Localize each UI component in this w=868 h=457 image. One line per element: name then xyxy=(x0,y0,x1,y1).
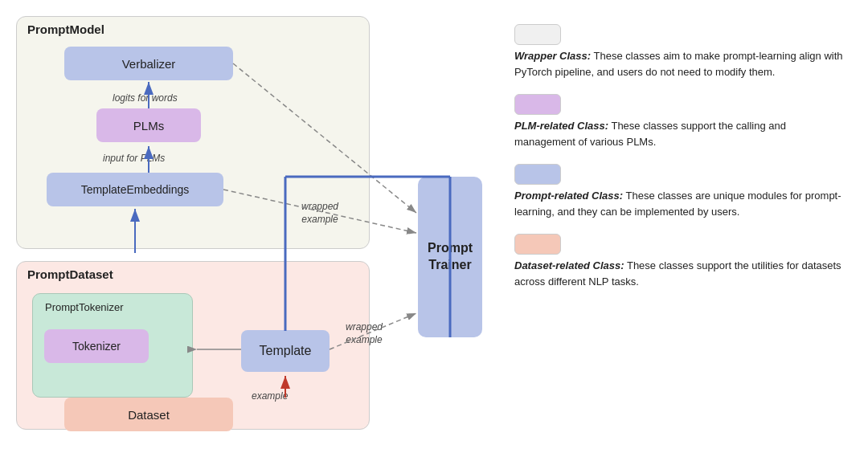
plms-box: PLMs xyxy=(96,108,201,142)
tokenizer-box: Tokenizer xyxy=(44,329,149,363)
plms-label: PLMs xyxy=(133,119,164,133)
wrapped-example-top-label: wrappedexample xyxy=(301,201,338,226)
template-embeddings-label: TemplateEmbeddings xyxy=(81,183,190,196)
prompt-model-label: PromptModel xyxy=(27,22,104,36)
legend-bold-prompt: Prompt-related Class: xyxy=(514,190,623,202)
prompt-tokenizer-label: PromptTokenizer xyxy=(45,301,124,313)
verbalizer-label: Verbalizer xyxy=(122,57,176,71)
prompt-dataset-label: PromptDataset xyxy=(27,267,113,281)
input-for-plms-label: input for PLMs xyxy=(103,153,165,164)
dataset-box: Dataset xyxy=(64,398,233,431)
legend-text-wrapper: Wrapper Class: These classes aim to make… xyxy=(514,48,844,80)
dataset-label: Dataset xyxy=(128,408,170,422)
template-label: Template xyxy=(260,344,312,358)
legend-area: Wrapper Class: These classes aim to make… xyxy=(498,16,852,297)
legend-text-prompt: Prompt-related Class: These classes are … xyxy=(514,188,844,219)
legend-bold-plm: PLM-related Class: xyxy=(514,120,608,132)
legend-color-plm xyxy=(514,94,561,115)
legend-text-dataset: Dataset-related Class: These classes sup… xyxy=(514,258,844,289)
legend-item-plm: PLM-related Class: These classes support… xyxy=(514,94,844,149)
tokenizer-label: Tokenizer xyxy=(72,340,121,353)
legend-bold-wrapper: Wrapper Class: xyxy=(514,50,591,62)
prompt-trainer-label: PromptTrainer xyxy=(428,240,473,274)
prompt-trainer-box: PromptTrainer xyxy=(418,177,482,337)
legend-color-prompt xyxy=(514,164,561,185)
template-embeddings-box: TemplateEmbeddings xyxy=(47,173,223,206)
legend-item-prompt: Prompt-related Class: These classes are … xyxy=(514,164,844,219)
legend-item-dataset: Dataset-related Class: These classes sup… xyxy=(514,234,844,289)
logits-for-words-label: logits for words xyxy=(113,92,178,104)
example-label: example xyxy=(252,390,288,402)
wrapped-example-bottom-label: wrappedexample xyxy=(346,321,383,346)
legend-bold-dataset: Dataset-related Class: xyxy=(514,259,624,271)
legend-color-dataset xyxy=(514,234,561,255)
verbalizer-box: Verbalizer xyxy=(64,47,233,80)
legend-color-wrapper xyxy=(514,24,561,45)
legend-item-wrapper: Wrapper Class: These classes aim to make… xyxy=(514,24,844,80)
diagram-area: PromptModel PromptDataset Verbalizer log… xyxy=(16,16,482,442)
legend-text-plm: PLM-related Class: These classes support… xyxy=(514,118,844,149)
template-box: Template xyxy=(241,330,330,372)
